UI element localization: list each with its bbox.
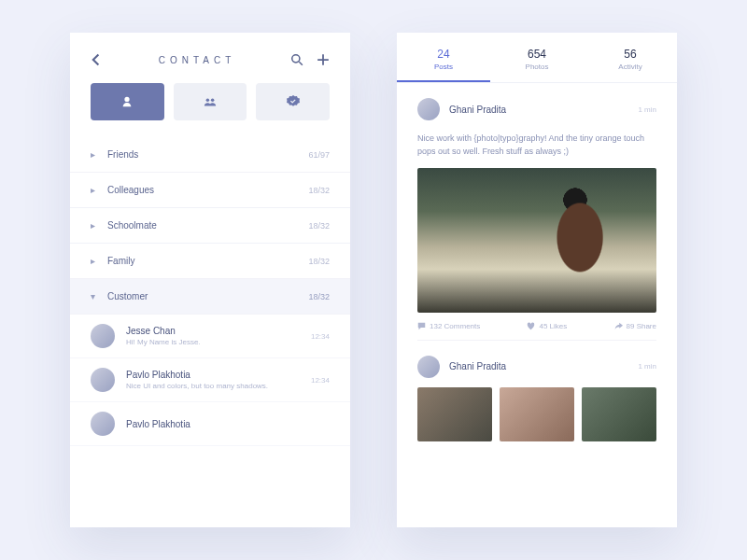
filter-segments — [70, 79, 350, 137]
add-icon[interactable] — [317, 53, 330, 66]
avatar — [91, 412, 115, 436]
group-label: Colleagues — [107, 185, 308, 195]
avatar — [91, 324, 115, 348]
svg-point-0 — [292, 55, 300, 63]
tab-count: 654 — [490, 48, 584, 61]
contact-name: Jesse Chan — [126, 326, 300, 336]
contacts-screen: CONTACT ▸ Friends 61/97 ▸ Colleagues 18/… — [70, 33, 350, 527]
avatar — [91, 368, 115, 392]
svg-point-2 — [211, 99, 215, 103]
contact-msg: Hi! My Name is Jesse. — [126, 338, 300, 346]
chevron-right-icon: ▸ — [91, 185, 98, 195]
group-friends[interactable]: ▸ Friends 61/97 — [70, 137, 350, 173]
thumbnail[interactable] — [500, 387, 574, 441]
post: Ghani Pradita 1 min — [397, 341, 677, 441]
group-colleagues[interactable]: ▸ Colleagues 18/32 — [70, 173, 350, 208]
post-body: Nice work with {photo|typo}graphy! And t… — [417, 132, 656, 159]
group-schoolmate[interactable]: ▸ Schoolmate 18/32 — [70, 208, 350, 244]
post-author[interactable]: Ghani Pradita — [449, 361, 628, 371]
navbar: CONTACT — [70, 33, 350, 79]
comment-icon — [417, 322, 426, 330]
profile-screen: 24 Posts 654 Photos 56 Activity Ghani Pr… — [397, 33, 677, 527]
group-customer[interactable]: ▾ Customer 18/32 — [70, 279, 350, 315]
post-image[interactable] — [417, 168, 656, 313]
heart-icon — [527, 322, 535, 330]
group-count: 18/32 — [308, 186, 330, 195]
group-label: Customer — [107, 291, 308, 301]
avatar[interactable] — [417, 356, 440, 378]
tab-count: 56 — [584, 48, 677, 61]
likes-button[interactable]: 45 Likes — [527, 322, 567, 330]
tab-label: Activity — [584, 63, 677, 71]
post-time: 1 min — [638, 105, 656, 114]
share-button[interactable]: 89 Share — [614, 322, 656, 330]
segment-groups[interactable] — [174, 83, 247, 120]
tab-label: Posts — [397, 63, 490, 71]
profile-tabs: 24 Posts 654 Photos 56 Activity — [397, 33, 677, 83]
contact-time: 12:34 — [311, 376, 330, 385]
tab-label: Photos — [490, 63, 584, 71]
post-time: 1 min — [638, 362, 656, 371]
tab-photos[interactable]: 654 Photos — [490, 33, 584, 82]
comments-button[interactable]: 132 Comments — [417, 322, 480, 330]
chevron-down-icon: ▾ — [91, 291, 98, 301]
tab-posts[interactable]: 24 Posts — [397, 33, 490, 82]
avatar[interactable] — [417, 98, 440, 120]
chevron-right-icon: ▸ — [91, 256, 98, 266]
thumbnail[interactable] — [417, 387, 492, 441]
group-label: Friends — [107, 149, 308, 160]
chevron-right-icon: ▸ — [91, 220, 98, 231]
post-thumbnails — [417, 387, 656, 441]
contact-name: Pavlo Plakhotia — [126, 370, 300, 380]
contact-time: 12:34 — [311, 332, 330, 341]
group-label: Schoolmate — [107, 220, 308, 231]
group-count: 18/32 — [308, 292, 330, 301]
contact-name: Pavlo Plakhotia — [126, 419, 330, 429]
svg-point-1 — [206, 99, 210, 103]
thumbnail[interactable] — [582, 387, 656, 441]
group-label: Family — [107, 256, 308, 266]
segment-people[interactable] — [91, 83, 164, 120]
post-author[interactable]: Ghani Pradita — [449, 105, 628, 115]
group-family[interactable]: ▸ Family 18/32 — [70, 244, 350, 279]
chevron-right-icon: ▸ — [91, 149, 98, 160]
tab-count: 24 — [397, 48, 490, 61]
group-count: 61/97 — [308, 150, 330, 160]
contact-row[interactable]: Pavlo Plakhotia — [70, 402, 350, 446]
tab-activity[interactable]: 56 Activity — [584, 33, 677, 82]
segment-verified[interactable] — [256, 83, 330, 120]
contact-row[interactable]: Pavlo Plakhotia Nice UI and colors, but … — [70, 358, 350, 402]
contact-msg: Nice UI and colors, but too many shadows… — [126, 382, 300, 390]
group-count: 18/32 — [308, 257, 330, 266]
back-icon[interactable] — [91, 53, 104, 66]
group-count: 18/32 — [308, 221, 330, 231]
contact-row[interactable]: Jesse Chan Hi! My Name is Jesse. 12:34 — [70, 315, 350, 358]
post: Ghani Pradita 1 min Nice work with {phot… — [397, 83, 677, 341]
post-actions: 132 Comments 45 Likes 89 Share — [417, 313, 656, 341]
page-title: CONTACT — [104, 55, 290, 65]
share-icon — [614, 322, 623, 330]
search-icon[interactable] — [290, 53, 303, 66]
